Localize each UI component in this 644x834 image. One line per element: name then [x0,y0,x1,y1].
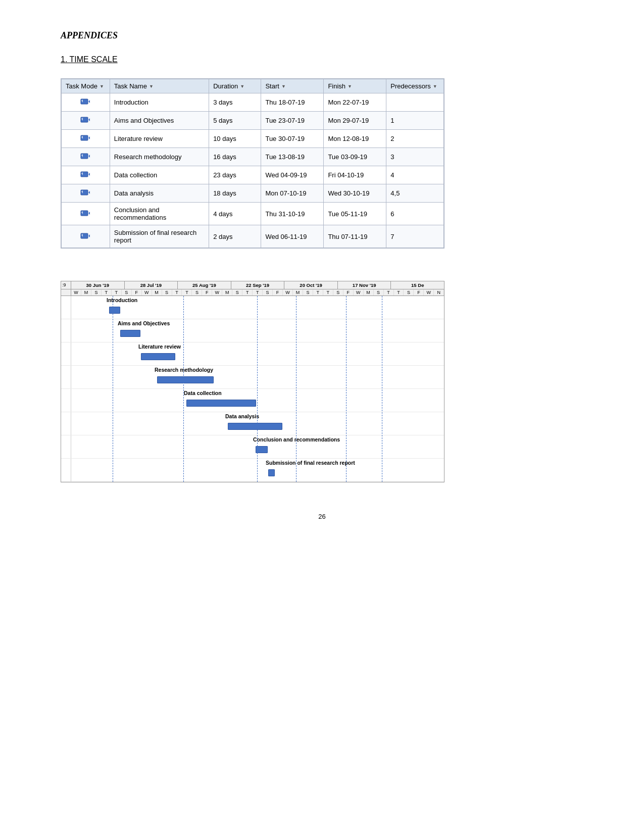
gantt-task-bar [120,330,140,337]
task-mode-icon [80,97,91,106]
task-mode-icon [80,115,91,124]
task-pred-cell [386,93,444,112]
task-start-cell: Tue 13-08-19 [261,148,324,166]
gantt-task-label: Conclusion and recommendations [253,436,340,443]
gantt-task-row: Aims and Objectives [61,319,444,342]
sort-arrow-mode: ▼ [100,84,104,89]
task-duration-cell: 18 days [209,184,261,203]
gantt-task-row: Literature review [61,342,444,366]
task-start-cell: Wed 04-09-19 [261,166,324,184]
task-start-cell: Mon 07-10-19 [261,184,324,203]
task-name-cell: Introduction [110,93,209,112]
task-name-cell: Data analysis [110,184,209,203]
task-table-wrapper: Task Mode ▼ Task Name ▼ Duration ▼ [61,78,444,249]
col-predecessors: Predecessors ▼ [386,79,444,93]
col-task-name: Task Name ▼ [110,79,209,93]
svg-rect-4 [81,172,88,177]
task-start-cell: Wed 06-11-19 [261,225,324,248]
gantt-task-row: Submission of final research report [61,459,444,482]
sort-arrow-finish: ▼ [348,84,352,89]
task-pred-cell: 6 [386,203,444,225]
gantt-task-label: Data collection [184,390,222,396]
task-name-cell: Aims and Objectives [110,112,209,130]
task-name-cell: Conclusion and recommendations [110,203,209,225]
gantt-task-bar [157,376,214,383]
task-pred-cell: 4 [386,166,444,184]
task-mode-cell [62,184,110,203]
table-row: Research methodology16 daysTue 13-08-19T… [62,148,444,166]
task-name-cell: Data collection [110,166,209,184]
svg-rect-3 [81,154,88,159]
gantt-task-label: Literature review [138,344,181,350]
gantt-task-row: Conclusion and recommendations [61,435,444,459]
table-row: Introduction3 daysThu 18-07-19Mon 22-07-… [62,93,444,112]
gantt-task-bar [141,353,175,360]
task-finish-cell: Tue 05-11-19 [324,203,386,225]
task-mode-cell [62,93,110,112]
table-row: Submission of final research report2 day… [62,225,444,248]
task-pred-cell: 4,5 [386,184,444,203]
gantt-task-bar [268,469,275,476]
svg-rect-0 [81,99,88,104]
svg-rect-6 [81,211,88,216]
svg-rect-5 [81,190,88,195]
task-pred-cell: 2 [386,130,444,148]
task-mode-cell [62,166,110,184]
task-finish-cell: Mon 22-07-19 [324,93,386,112]
table-row: Data analysis18 daysMon 07-10-19Wed 30-1… [62,184,444,203]
section-title: 1. TIME SCALE [61,55,583,64]
gantt-task-row: Introduction [61,296,444,319]
task-mode-cell [62,112,110,130]
gantt-task-bar [228,423,282,430]
task-finish-cell: Mon 12-08-19 [324,130,386,148]
table-row: Data collection23 daysWed 04-09-19Fri 04… [62,166,444,184]
page-content: APPENDICES 1. TIME SCALE Task Mode ▼ Tas… [61,30,583,482]
task-pred-cell: 7 [386,225,444,248]
page-number: 26 [61,513,583,520]
table-row: Conclusion and recommendations4 daysThu … [62,203,444,225]
sort-arrow-pred: ▼ [433,84,437,89]
gantt-days-header: WMSTTSFWMSTTSFWMSTTSFWMSTTSFWMSTTSFWN [61,289,444,296]
gantt-task-row: Data collection [61,389,444,412]
table-row: Literature review10 daysTue 30-07-19Mon … [62,130,444,148]
task-duration-cell: 5 days [209,112,261,130]
table-header-row: Task Mode ▼ Task Name ▼ Duration ▼ [62,79,444,93]
gantt-rows-area: IntroductionAims and ObjectivesLiteratur… [61,296,444,482]
task-duration-cell: 3 days [209,93,261,112]
task-pred-cell: 1 [386,112,444,130]
gantt-task-label: Data analysis [225,413,259,419]
task-start-cell: Tue 30-07-19 [261,130,324,148]
task-start-cell: Thu 18-07-19 [261,93,324,112]
svg-rect-7 [81,233,88,238]
task-name-cell: Submission of final research report [110,225,209,248]
task-finish-cell: Tue 03-09-19 [324,148,386,166]
table-row: Aims and Objectives5 daysTue 23-07-19Mon… [62,112,444,130]
col-start: Start ▼ [261,79,324,93]
appendices-title: APPENDICES [61,30,583,41]
gantt-task-bar [256,446,268,453]
task-mode-cell [62,203,110,225]
sort-arrow-start: ▼ [281,84,286,89]
task-mode-icon [80,133,91,142]
task-start-cell: Thu 31-10-19 [261,203,324,225]
task-finish-cell: Fri 04-10-19 [324,166,386,184]
gantt-task-bar [186,400,256,407]
gantt-task-label: Research methodology [155,367,213,373]
task-mode-icon [80,209,91,218]
task-mode-cell [62,148,110,166]
task-duration-cell: 23 days [209,166,261,184]
gantt-chart: :9 30 Jun '19 28 Jul '19 25 Aug '19 22 S… [61,281,444,482]
task-duration-cell: 16 days [209,148,261,166]
sort-arrow-duration: ▼ [240,84,244,89]
task-name-cell: Research methodology [110,148,209,166]
svg-rect-1 [81,117,88,122]
task-mode-icon [80,188,91,197]
task-duration-cell: 4 days [209,203,261,225]
svg-rect-2 [81,135,88,140]
task-pred-cell: 3 [386,148,444,166]
gantt-period-header: :9 30 Jun '19 28 Jul '19 25 Aug '19 22 S… [61,281,444,289]
gantt-task-bar [109,307,120,314]
sort-arrow-name: ▼ [149,84,154,89]
task-start-cell: Tue 23-07-19 [261,112,324,130]
task-mode-icon [80,170,91,179]
